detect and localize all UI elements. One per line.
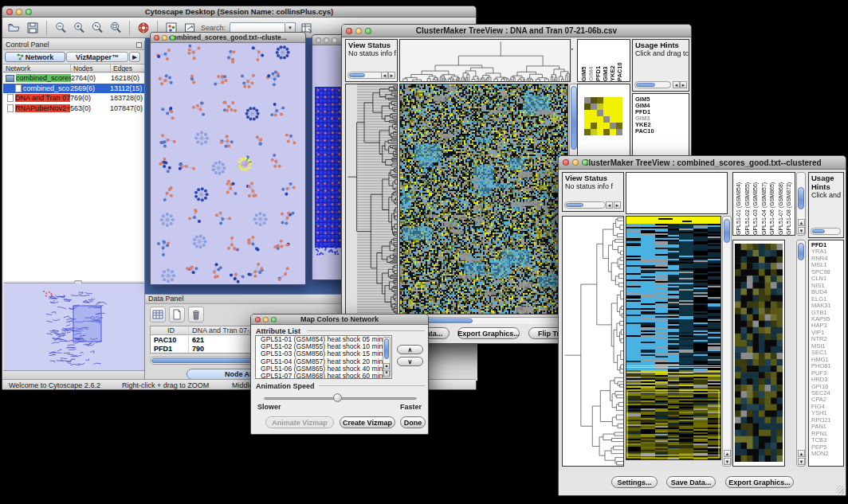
close-icon[interactable] xyxy=(563,159,569,166)
network-list-row[interactable]: DNA and Tran 07 769(0) 183728(0) xyxy=(3,93,144,104)
col-nodes[interactable]: Nodes xyxy=(71,64,111,72)
view-status-hscrollbar[interactable] xyxy=(564,201,606,209)
dialog-titlebar[interactable]: Map Colors to Network xyxy=(251,315,428,325)
array-label[interactable]: GPL51-03 (GSM856) xyxy=(752,173,760,235)
scroll-down-icon[interactable]: ▼ xyxy=(798,227,805,234)
network-list-row[interactable]: combined_sco 2569(6) 13112(15) xyxy=(3,84,144,94)
close-icon[interactable] xyxy=(6,9,13,15)
create-vizmap-button[interactable]: Create Vizmap xyxy=(340,416,395,428)
main-titlebar[interactable]: Cytoscape Desktop (Session Name: collins… xyxy=(2,6,476,18)
column-labels-vscrollbar[interactable]: ▲ ▼ xyxy=(796,172,806,236)
attribute-list-item[interactable]: GPL51-07 (GSM868) heat shock 60 min xyxy=(258,373,391,379)
scroll-up-icon[interactable]: ▲ xyxy=(724,450,731,457)
usage-hints-hscrollbar[interactable] xyxy=(811,228,841,235)
array-label[interactable]: GPL51-06 (GSM865) xyxy=(768,173,777,235)
done-button[interactable]: Done xyxy=(400,416,426,428)
treeview2-heatmap[interactable] xyxy=(626,216,721,460)
attribute-table-icon[interactable] xyxy=(150,307,166,322)
minimize-icon[interactable] xyxy=(324,37,329,43)
network-overview-panel[interactable] xyxy=(4,283,144,370)
treeview1-heatmap[interactable] xyxy=(399,84,568,315)
scroll-left-icon[interactable]: ◄ xyxy=(606,201,613,209)
treeview2-gene-dendrogram[interactable] xyxy=(562,216,624,467)
open-folder-icon[interactable] xyxy=(7,21,22,35)
zoom-icon[interactable] xyxy=(271,317,277,322)
minimize-icon[interactable] xyxy=(263,317,269,322)
window-controls[interactable] xyxy=(6,9,32,15)
close-icon[interactable] xyxy=(154,35,159,41)
close-icon[interactable] xyxy=(346,28,352,34)
array-label[interactable]: GPL51-04 (GSM857) xyxy=(760,173,769,235)
scroll-up-icon[interactable]: ▲ xyxy=(798,219,805,226)
network-list-row[interactable]: combined_scores 2764(0) 16218(0) xyxy=(3,73,144,84)
new-document-icon[interactable] xyxy=(169,307,185,322)
float-panel-icon[interactable] xyxy=(136,42,142,48)
column-label[interactable]: PFD1 xyxy=(595,40,602,81)
col-edges[interactable]: Edges xyxy=(111,64,144,72)
move-up-button[interactable]: ∧ xyxy=(397,345,423,354)
export-graphics-button[interactable]: Export Graphics... xyxy=(725,476,794,488)
array-label[interactable]: GPL51-07 (GSM868) xyxy=(777,173,786,235)
zoom-icon[interactable] xyxy=(365,28,371,34)
trash-icon[interactable] xyxy=(188,307,204,322)
slider-thumb[interactable] xyxy=(333,393,342,402)
scroll-down-icon[interactable]: ▼ xyxy=(724,458,731,465)
scroll-right-icon[interactable]: ► xyxy=(680,81,687,88)
treeview2-titlebar[interactable]: ClusterMaker TreeView : combined_scores_… xyxy=(559,156,846,170)
save-icon[interactable] xyxy=(26,21,40,35)
splitter-handle[interactable] xyxy=(74,280,82,283)
minimize-icon[interactable] xyxy=(572,159,579,166)
zoom-icon[interactable] xyxy=(26,9,32,15)
move-down-button[interactable]: ∨ xyxy=(397,357,423,366)
column-label[interactable]: GIM5 xyxy=(580,40,587,81)
network-list-row[interactable]: RNAPuberNov2+ 563(0) 107847(0) xyxy=(3,104,144,114)
tab-overflow-arrow[interactable]: ▶ xyxy=(129,52,140,62)
help-ring-icon[interactable] xyxy=(136,21,151,35)
minimize-icon[interactable] xyxy=(355,28,362,34)
attribute-listbox[interactable]: GPL51-01 (GSM854) heat shock 05 minGPL51… xyxy=(255,335,392,379)
close-icon[interactable] xyxy=(255,317,261,322)
zoom-icon[interactable] xyxy=(170,35,175,41)
animate-vizmap-button[interactable]: Animate Vizmap xyxy=(265,416,334,428)
zoom-icon[interactable] xyxy=(582,159,588,166)
save-data-button[interactable]: Save Data... xyxy=(666,476,716,488)
overview-thumbnail-canvas[interactable] xyxy=(4,284,143,370)
gene-label[interactable]: MON2 xyxy=(811,451,843,457)
tab-vizmapper[interactable]: VizMapper™ xyxy=(66,52,128,62)
minimize-icon[interactable] xyxy=(16,9,22,15)
minimize-icon[interactable] xyxy=(162,35,167,41)
scroll-up-icon[interactable]: ▲ xyxy=(798,450,805,457)
treeview2-array-dendrogram[interactable] xyxy=(626,172,728,214)
treeview1-array-dendrogram[interactable] xyxy=(399,39,571,82)
treeview2-heatmap-vscrollbar[interactable]: ▲ ▼ xyxy=(722,216,732,467)
network-a-canvas[interactable] xyxy=(151,43,305,284)
column-label[interactable]: GIM3 xyxy=(602,40,609,81)
scroll-down-icon[interactable]: ▼ xyxy=(798,458,805,465)
zoom-icon[interactable] xyxy=(332,37,337,43)
scroll-left-icon[interactable]: ◄ xyxy=(381,72,388,79)
scroll-down-icon[interactable]: ▼ xyxy=(383,370,390,377)
array-label[interactable]: GPL51-01 (GSM854) xyxy=(735,173,744,235)
attribute-list-vscrollbar[interactable]: ▲ ▼ xyxy=(383,337,391,378)
row-labels-vscrollbar[interactable]: ▲ ▼ xyxy=(796,240,806,467)
column-label[interactable]: YKE2 xyxy=(609,40,616,81)
view-status-hscrollbar[interactable] xyxy=(347,72,384,79)
zoom-selected-icon[interactable] xyxy=(90,21,104,35)
similarity-matrix-canvas[interactable] xyxy=(583,97,623,135)
settings-button[interactable]: Settings... xyxy=(611,476,658,488)
network-a-titlebar[interactable]: combined_scores_good.txt--cluste... xyxy=(151,33,305,43)
treeview2-zoom-heatmap[interactable] xyxy=(732,240,785,467)
treeview1-gene-dendrogram[interactable] xyxy=(345,84,398,315)
array-label[interactable]: GPL51-02 (GSM855) xyxy=(744,173,752,235)
resize-grip[interactable] xyxy=(836,486,844,494)
scroll-up-icon[interactable]: ▲ xyxy=(383,363,390,369)
treeview1-titlebar[interactable]: ClusterMaker TreeView : DNA and Tran 07-… xyxy=(342,25,691,37)
zoom-in-icon[interactable] xyxy=(72,21,86,35)
column-label[interactable]: PAC10 xyxy=(616,40,623,81)
close-icon[interactable] xyxy=(316,37,321,43)
tab-network[interactable]: Network xyxy=(5,52,65,62)
scroll-left-icon[interactable]: ◄ xyxy=(673,81,680,88)
scroll-right-icon[interactable]: ► xyxy=(614,201,621,209)
col-network[interactable]: Network xyxy=(3,64,71,72)
scroll-right-icon[interactable]: ► xyxy=(388,72,395,79)
